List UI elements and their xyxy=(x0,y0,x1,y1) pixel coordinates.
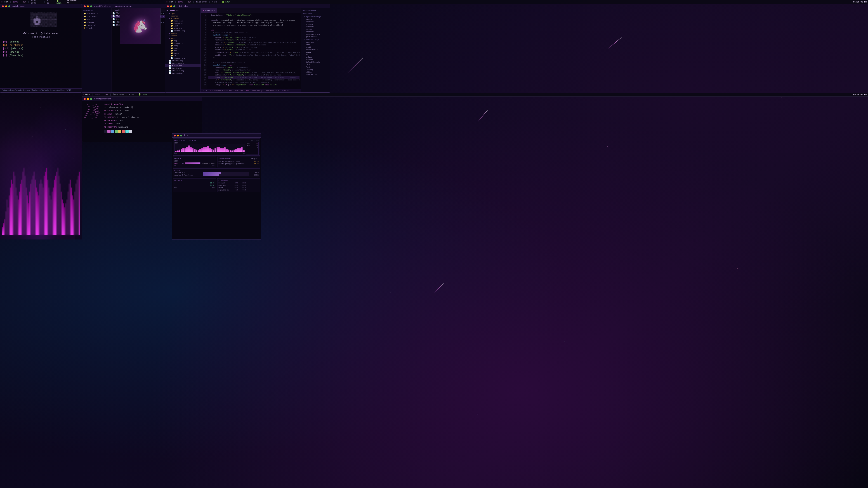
ft-profiles[interactable]: ▼ profiles xyxy=(165,17,200,20)
ft-readme-root[interactable]: 📄 README.org xyxy=(165,59,200,62)
qb-link-quickmarks[interactable]: [b] [Quickmarks] xyxy=(3,43,79,47)
fm-item-music[interactable]: 📁music xyxy=(82,18,111,21)
cpu-bar xyxy=(211,149,213,152)
editor-tab-flake-nix[interactable]: ❄ flake.nix xyxy=(201,8,217,13)
cpu-bar xyxy=(186,147,188,152)
viz-bar xyxy=(78,176,79,235)
nf-max-dot[interactable] xyxy=(90,98,92,100)
ft-user[interactable]: ▼ user xyxy=(165,37,200,39)
ft-git[interactable]: ▶ .git xyxy=(165,12,200,15)
fm-item-pictures[interactable]: 📁pictures xyxy=(82,15,111,18)
fm-min-dot[interactable] xyxy=(87,5,89,7)
fm-sidebar[interactable]: Bookmarks 📁documents 📁pictures 📁music 📁t… xyxy=(82,8,112,92)
btop-disk-title: Disks xyxy=(174,169,258,171)
btop-disk-section: Disks /dev/dm-0 / 504GB /dev/dm-0 /nix/s… xyxy=(173,168,260,177)
editor-code-content[interactable]: description = "Flake of LibrePhoenix"; o… xyxy=(207,13,301,89)
cpu-bar xyxy=(207,146,209,152)
nf-min-dot[interactable] xyxy=(87,98,89,100)
editor-close-dot[interactable] xyxy=(167,5,169,7)
op-name[interactable]: name xyxy=(301,43,330,46)
ft-shell[interactable]: 📁 shell xyxy=(165,50,200,52)
close-dot[interactable] xyxy=(2,5,4,7)
editor-filetree[interactable]: ▼ .dotfiles ▶ .git ▶ patches ▼ profiles … xyxy=(165,8,201,92)
editor-max-dot[interactable] xyxy=(174,5,175,7)
op-wmtype[interactable]: wmType xyxy=(301,56,330,58)
op-system[interactable]: system xyxy=(301,18,330,21)
ft-pkgs[interactable]: 📁 pkgs xyxy=(165,47,200,50)
btop-content: CPU - 1.53 1.14 0.78 CPU like 100% 60s 0… xyxy=(172,138,261,239)
ft-hardware[interactable]: 📁 hardware xyxy=(165,42,200,44)
ft-personal[interactable]: 📁 personal xyxy=(165,22,200,25)
qb-link-search[interactable]: [o] [Search] xyxy=(3,40,79,43)
viz-bar xyxy=(28,203,29,235)
op-theme[interactable]: theme xyxy=(301,51,330,53)
cpu-bar xyxy=(175,151,177,152)
editor-layout: ▼ .dotfiles ▶ .git ▶ patches ▼ profiles … xyxy=(165,8,330,92)
ft-wm[interactable]: 📁 wm xyxy=(165,55,200,57)
qb-link-history[interactable]: [S h] [History] xyxy=(3,47,79,51)
ft-install-sh[interactable]: 📄 install.sh xyxy=(165,72,200,74)
cpu-bar xyxy=(177,151,178,152)
viz-bar xyxy=(37,192,38,235)
op-email[interactable]: email xyxy=(301,46,330,48)
statusbar-right: ⚙ Tech | 100% | 20% | fans 100% | ☀ 28 |… xyxy=(165,0,434,4)
op-bootmountpath[interactable]: bootMountPath xyxy=(301,33,330,35)
viz-bar xyxy=(10,188,11,235)
viz-bar xyxy=(51,199,51,235)
op-grubdevice[interactable]: grubDevice xyxy=(301,35,330,38)
ft-install-org[interactable]: 📄 install.org xyxy=(165,69,200,72)
ft-harden[interactable]: 📄 harden.sh xyxy=(165,67,200,69)
btop-max-dot[interactable] xyxy=(180,135,182,136)
nf-close-dot[interactable] xyxy=(84,98,86,100)
editor-outline-panel[interactable]: ▼ description ▼ outputs ▼ systemSettings… xyxy=(301,8,330,92)
ft-work[interactable]: 📁 work xyxy=(165,25,200,27)
qb-link-newtab[interactable]: [t] [New tab] xyxy=(3,51,79,54)
op-fontpkg[interactable]: fontPkg xyxy=(301,68,330,71)
op-browser[interactable]: browser xyxy=(301,58,330,61)
editor-code-area[interactable]: 12345 678910 1112131415 1617181920 21222… xyxy=(201,13,301,89)
fm-item-external[interactable]: 📁External xyxy=(82,24,111,27)
max-dot[interactable] xyxy=(8,5,10,7)
fm-item-themes[interactable]: 📁themes xyxy=(82,21,111,24)
ft-homelab[interactable]: 📁 home lab xyxy=(165,20,200,22)
ft-style[interactable]: 📁 style xyxy=(165,52,200,55)
op-timezone[interactable]: timezone xyxy=(301,26,330,28)
ft-desktop-png[interactable]: 📄 desktop.png xyxy=(165,62,200,64)
op-profile[interactable]: profile xyxy=(301,23,330,26)
esb-filepath: ● .dotfiles/flake.nix xyxy=(210,90,232,92)
ft-flake-nix[interactable]: 📄 flake.nix xyxy=(165,64,200,67)
editor-min-dot[interactable] xyxy=(170,5,172,7)
ft-system[interactable]: ▶ system xyxy=(165,32,200,35)
editor-tabs[interactable]: ❄ flake.nix xyxy=(201,8,301,13)
op-dotfilesdir[interactable]: dotfilesDir xyxy=(301,48,330,51)
qb-link-closetab[interactable]: [x] [Close tab] xyxy=(3,54,79,57)
ft-lang[interactable]: 📁 lang xyxy=(165,44,200,47)
min-dot[interactable] xyxy=(5,5,7,7)
op-bootmode[interactable]: bootMode xyxy=(301,31,330,33)
btop-min-dot[interactable] xyxy=(177,135,179,136)
fm-item-trash[interactable]: 🗑Trash xyxy=(82,27,111,30)
ft-patches[interactable]: ▶ patches xyxy=(165,15,200,17)
fm-max-dot[interactable] xyxy=(90,5,92,7)
op-editor[interactable]: editor xyxy=(301,71,330,73)
ft-readme-user[interactable]: 📄 README.org xyxy=(165,57,200,59)
ft-themes[interactable]: ▶ themes xyxy=(165,35,200,37)
folder-icon: 📁 xyxy=(84,12,86,15)
op-defaultroamdir[interactable]: defaultRoamDir xyxy=(301,61,330,63)
op-username[interactable]: username xyxy=(301,41,330,43)
ft-app[interactable]: 📁 app xyxy=(165,39,200,42)
viz-bar xyxy=(71,188,72,235)
op-font[interactable]: font xyxy=(301,66,330,68)
viz-bar xyxy=(24,168,24,235)
ft-worklab[interactable]: 📁 worklab xyxy=(165,27,200,30)
cpu-bar xyxy=(220,148,222,152)
op-spawneditor[interactable]: spawnEditor xyxy=(301,73,330,76)
op-locale[interactable]: locale xyxy=(301,28,330,31)
btop-close-dot[interactable] xyxy=(174,135,176,136)
fm-close-dot[interactable] xyxy=(84,5,86,7)
op-term[interactable]: term xyxy=(301,63,330,66)
op-wm[interactable]: wm xyxy=(301,53,330,56)
fm-item-documents[interactable]: 📁documents xyxy=(82,12,111,15)
ft-readme-profiles[interactable]: 📄 README.org xyxy=(165,30,200,32)
op-hostname[interactable]: hostname xyxy=(301,21,330,23)
